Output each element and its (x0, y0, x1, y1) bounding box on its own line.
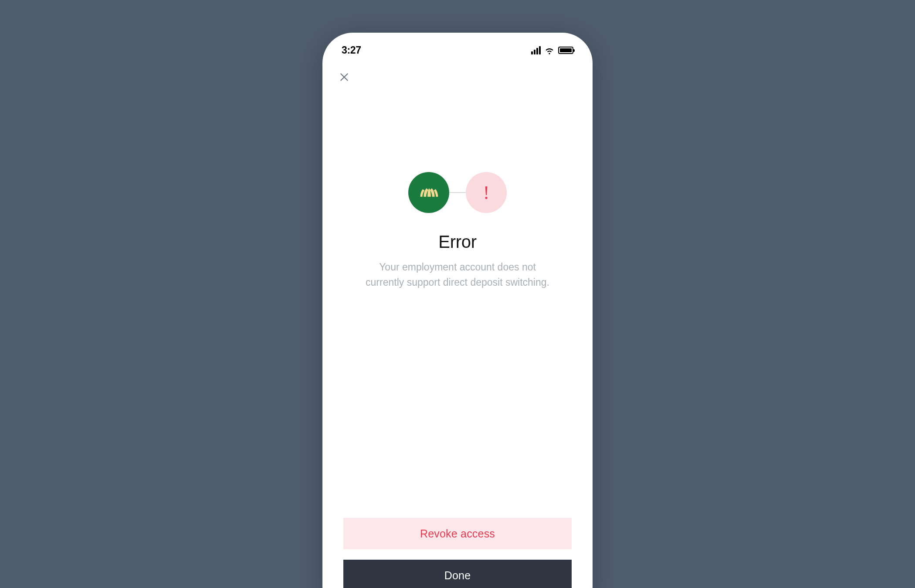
status-indicators (531, 45, 573, 55)
error-subtext: Your employment account does not current… (362, 260, 553, 290)
wifi-icon (544, 45, 555, 55)
connector-line (447, 192, 468, 193)
phone-frame: 3:27 (322, 33, 593, 588)
cellular-signal-icon (531, 46, 541, 54)
revoke-access-button[interactable]: Revoke access (343, 518, 572, 549)
close-button[interactable] (336, 69, 352, 85)
close-icon (339, 71, 350, 83)
error-heading: Error (343, 232, 572, 252)
content-area: ! Error Your employment account does not… (322, 85, 593, 290)
status-time: 3:27 (342, 44, 361, 56)
croissant-icon (415, 179, 442, 206)
icon-row: ! (343, 172, 572, 213)
status-bar: 3:27 (322, 33, 593, 61)
button-stack: Revoke access Done (343, 518, 572, 588)
brand-badge (408, 172, 449, 213)
done-button[interactable]: Done (343, 560, 572, 588)
exclamation-icon: ! (483, 182, 490, 204)
nav-bar (322, 61, 593, 85)
battery-icon (558, 47, 573, 54)
error-badge: ! (466, 172, 507, 213)
